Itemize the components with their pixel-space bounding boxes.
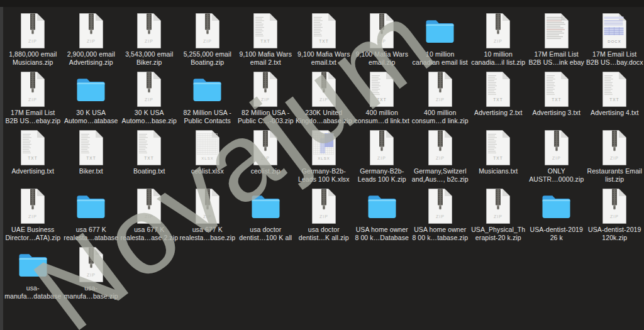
zip-file-icon: ZIP xyxy=(365,131,398,166)
file-item[interactable]: XLSX ceolist.xlsx xyxy=(179,131,237,189)
svg-text:TXT: TXT xyxy=(319,39,328,43)
zip-file-icon: ZIP xyxy=(308,189,340,224)
file-item[interactable]: TXT Musicians.txt xyxy=(469,131,528,189)
svg-text:ZIP: ZIP xyxy=(610,156,619,160)
file-label: USA-dentist-2019 26 k xyxy=(524,226,589,242)
file-item[interactable]: ZIP 10 million canadia…il list.zip xyxy=(469,14,528,72)
file-item[interactable]: 82 Million USA - Public Contacts xyxy=(179,72,237,131)
file-item[interactable]: TXT 9,100 Mafia Wars email 2.txt xyxy=(236,14,295,72)
svg-text:ZIP: ZIP xyxy=(145,214,153,219)
zip-file-icon: ZIP xyxy=(424,72,457,107)
file-item[interactable]: ZIP 400 million consum…d link.zip xyxy=(411,72,470,131)
file-item[interactable]: ZIP usa 677 K realesta…ase 2.zip xyxy=(120,189,179,248)
file-item[interactable]: 10 million canadian email list xyxy=(411,14,470,72)
txt-file-icon: TXT xyxy=(133,131,165,166)
file-item[interactable]: ZIP ONLY AUSTR…0000.zip xyxy=(528,131,586,189)
file-item[interactable]: ZIP UAE Business Director…ATA).zip xyxy=(4,189,62,248)
zip-file-icon: ZIP xyxy=(191,189,224,224)
file-item[interactable]: TXT Advertising.txt xyxy=(4,131,62,189)
file-item[interactable]: ZIP 230K United Kingdo…abase.zip xyxy=(295,72,353,131)
folder-icon xyxy=(16,248,50,283)
zip-file-icon: ZIP xyxy=(598,131,631,166)
file-item[interactable]: DOCX 17M Email List B2B US…bay.docx xyxy=(586,14,644,72)
file-label: usa 677 K realesta…ase 2.zip xyxy=(116,226,182,242)
file-label: 17M Email List B2B US…ink ebay xyxy=(524,50,589,67)
file-item[interactable]: ZIP usa 677 K realesta…base.zip xyxy=(179,189,237,248)
txt-file-icon: TXT xyxy=(16,131,49,166)
file-label: 10 million canadian email list xyxy=(408,50,473,67)
file-item[interactable]: ZIP USA home owner 8 00 k…tabase.zip xyxy=(411,189,470,248)
file-item[interactable]: ZIP usa- manufa…base.zip xyxy=(62,248,121,306)
file-item[interactable]: USA-dentist-2019 26 k xyxy=(528,189,586,248)
file-label: usa 677 K realesta…atabase xyxy=(58,226,124,242)
svg-text:ZIP: ZIP xyxy=(610,214,619,219)
file-label: 400 million consum…d link.zip xyxy=(408,109,473,125)
file-item[interactable]: ZIP usa doctor dentist…K all.zip xyxy=(295,189,353,248)
zip-file-icon: ZIP xyxy=(249,131,282,166)
zip-file-icon: ZIP xyxy=(424,189,457,224)
svg-text:DOCX: DOCX xyxy=(608,40,621,43)
file-item[interactable]: ZIP 9,100 Mafia Wars email.zip xyxy=(353,14,411,72)
file-item[interactable]: ZIP Germany,Switzerl and,Aus…, b2c.zip xyxy=(411,131,470,189)
file-item[interactable]: ZIP 3,543,000 email Biker.zip xyxy=(120,14,179,72)
file-label: Restaurants Email list.zip xyxy=(582,167,644,184)
svg-text:TXT: TXT xyxy=(494,156,503,160)
top-edge-strip xyxy=(0,0,644,7)
file-item[interactable]: USA home owner 8 00 k…Database xyxy=(353,189,411,248)
file-item[interactable]: 17M Email List B2B US…ink ebay xyxy=(528,14,586,72)
file-label: usa doctor dentist…100 K all xyxy=(233,226,298,242)
file-label: ceolist.xlsx xyxy=(175,167,240,175)
file-label: Advertising.txt xyxy=(0,167,65,175)
file-label: USA home owner 8 00 k…tabase.zip xyxy=(408,226,473,242)
svg-text:ZIP: ZIP xyxy=(494,214,502,219)
file-item[interactable]: 30 K USA Automo…atabase xyxy=(62,72,121,131)
file-item[interactable]: ZIP 82 Million USA - Public C…-003.zip xyxy=(236,72,295,131)
file-item[interactable]: ZIP ceolist.zip xyxy=(236,131,295,189)
document-preview-icon xyxy=(540,14,573,49)
file-label: Advertising 4.txt xyxy=(582,109,644,117)
file-item[interactable]: XLSX Germany-B2b- Leads 100 K.xlsx xyxy=(295,131,353,189)
file-item[interactable]: usa doctor dentist…100 K all xyxy=(236,189,295,248)
file-item[interactable]: TXT 400 million consum…d link.txt xyxy=(353,72,411,131)
file-label: 3,543,000 email Biker.zip xyxy=(116,50,182,67)
file-item[interactable]: TXT Biker.txt xyxy=(62,131,121,189)
zip-file-icon: ZIP xyxy=(75,14,108,49)
folder-icon xyxy=(190,72,225,107)
zip-file-icon: ZIP xyxy=(308,72,340,107)
zip-file-icon: ZIP xyxy=(365,14,398,49)
txt-file-icon: TXT xyxy=(249,14,282,49)
txt-file-icon: TXT xyxy=(540,72,573,107)
file-item[interactable]: ZIP 30 K USA Automo…base.zip xyxy=(120,72,179,131)
file-item[interactable]: TXT 9,100 Mafia Wars email.txt xyxy=(295,14,353,72)
zip-file-icon: ZIP xyxy=(133,14,165,49)
file-item[interactable]: ZIP Germany-B2b- Leads 100 K.zip xyxy=(353,131,411,189)
file-item[interactable]: ZIP 17M Email List B2B US…ebay.zip xyxy=(4,72,62,131)
file-item[interactable]: TXT Advertising 2.txt xyxy=(469,72,528,131)
txt-file-icon: TXT xyxy=(598,72,631,107)
file-label: Advertising 2.txt xyxy=(465,109,531,117)
svg-text:ZIP: ZIP xyxy=(436,214,445,219)
file-item[interactable]: ZIP USA-dentist-2019 120k.zip xyxy=(586,189,644,248)
svg-text:ZIP: ZIP xyxy=(377,156,386,160)
file-item[interactable]: usa- manufa…database xyxy=(4,248,62,306)
file-item[interactable]: usa 677 K realesta…atabase xyxy=(62,189,121,248)
svg-text:ZIP: ZIP xyxy=(203,214,212,219)
file-item[interactable]: ZIP 5,255,000 email Boating.zip xyxy=(179,14,237,72)
file-item[interactable]: TXT Advertising 4.txt xyxy=(586,72,644,131)
file-label: Biker.txt xyxy=(58,167,124,175)
svg-text:ZIP: ZIP xyxy=(436,97,445,102)
file-label: 400 million consum…d link.txt xyxy=(349,109,414,125)
file-label: 82 Million USA - Public Contacts xyxy=(175,109,240,125)
file-item[interactable]: ZIP 2,900,000 email Advertising.zip xyxy=(62,14,121,72)
folder-icon xyxy=(365,189,399,224)
svg-text:ZIP: ZIP xyxy=(28,214,37,219)
xlsx-file-icon: XLSX xyxy=(308,131,340,166)
folder-icon xyxy=(248,189,283,224)
file-item[interactable]: ZIP USA_Physical_Th erapist-20 k.zip xyxy=(469,189,528,248)
svg-text:ZIP: ZIP xyxy=(494,39,502,43)
file-item[interactable]: TXT Advertising 3.txt xyxy=(528,72,586,131)
file-item[interactable]: TXT Boating.txt xyxy=(120,131,179,189)
folder-icon xyxy=(74,189,108,224)
file-item[interactable]: ZIP Restaurants Email list.zip xyxy=(586,131,644,189)
file-item[interactable]: ZIP 1,880,000 email Musicians.zip xyxy=(4,14,62,72)
